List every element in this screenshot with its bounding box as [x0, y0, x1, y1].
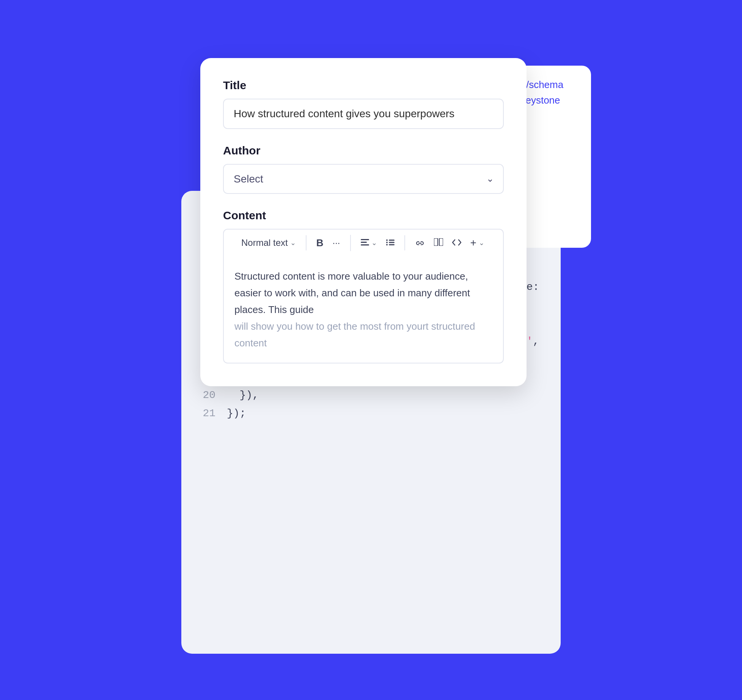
text-style-button[interactable]: Normal text ⌄ [238, 235, 299, 250]
align-chevron-icon: ⌄ [371, 239, 377, 247]
svg-rect-1 [361, 242, 367, 243]
code-line-20: 20 }), [200, 386, 542, 404]
title-label: Title [223, 79, 504, 92]
insert-group: + ⌄ [405, 235, 494, 250]
scene: ne/schema 0keystone 12 }), 13 Author: li… [181, 47, 561, 654]
author-label: Author [223, 144, 504, 157]
content-label: Content [223, 209, 504, 222]
code-content-21: }); [227, 404, 246, 423]
svg-point-5 [386, 242, 388, 243]
line-num-21: 21 [200, 404, 215, 423]
svg-rect-10 [439, 238, 443, 246]
author-section: Author Select ⌄ [223, 144, 504, 194]
svg-rect-9 [434, 238, 438, 246]
align-button[interactable]: ⌄ [358, 235, 380, 250]
formatting-group: B ··· [307, 235, 351, 251]
code-content-20: }), [227, 386, 259, 404]
author-select[interactable]: Select [223, 164, 504, 194]
title-input[interactable] [223, 99, 504, 129]
list-icon [386, 238, 395, 248]
columns-icon [434, 238, 443, 248]
code-button[interactable] [449, 235, 464, 250]
add-button[interactable]: + ⌄ [467, 235, 487, 250]
svg-rect-6 [389, 242, 395, 243]
editor-text: Structured content is more valuable to y… [234, 268, 492, 352]
svg-rect-8 [389, 244, 395, 245]
text-style-chevron-icon: ⌄ [290, 239, 296, 247]
code-line-21: 21 }); [200, 404, 542, 423]
add-chevron-icon: ⌄ [479, 239, 484, 247]
columns-button[interactable] [431, 235, 446, 250]
bold-button[interactable]: B [313, 235, 327, 251]
align-icon [361, 238, 369, 248]
form-card: Title Author Select ⌄ Content Normal tex… [200, 58, 527, 387]
alignment-group: ⌄ [351, 235, 405, 250]
plus-icon: + [470, 238, 476, 248]
svg-rect-0 [361, 239, 369, 240]
editor-text-faded: will show you how to get the most from y… [234, 321, 475, 349]
editor-text-visible: Structured content is more valuable to y… [234, 271, 470, 315]
svg-rect-2 [361, 244, 369, 245]
editor-toolbar: Normal text ⌄ B ··· [223, 229, 504, 256]
text-style-group: Normal text ⌄ [231, 235, 307, 250]
link-icon [415, 238, 425, 248]
link-button[interactable] [412, 235, 428, 250]
list-button[interactable] [383, 235, 398, 250]
svg-point-3 [386, 239, 388, 241]
text-style-label: Normal text [241, 238, 288, 248]
content-section: Content Normal text ⌄ B ··· [223, 209, 504, 364]
more-button[interactable]: ··· [329, 235, 343, 250]
code-icon [452, 238, 461, 248]
svg-point-7 [386, 244, 388, 245]
svg-rect-4 [389, 240, 395, 241]
line-num-20: 20 [200, 386, 215, 404]
editor-body[interactable]: Structured content is more valuable to y… [223, 256, 504, 364]
author-select-wrapper: Select ⌄ [223, 164, 504, 194]
